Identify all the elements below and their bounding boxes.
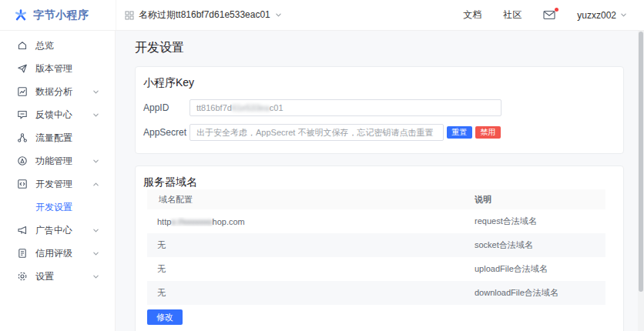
sidebar-item-ad-center[interactable]: 广告中心 bbox=[0, 219, 115, 242]
appsecret-input[interactable]: 出于安全考虑，AppSecret 不被明文保存，忘记密钥请点击重置 bbox=[190, 124, 444, 141]
scrollbar-track bbox=[638, 31, 644, 331]
dev-icon bbox=[17, 179, 28, 189]
chevron-down-icon bbox=[92, 89, 99, 95]
features-icon bbox=[17, 155, 28, 166]
desc-cell: downloadFile合法域名 bbox=[475, 287, 605, 299]
sidebar-item-overview[interactable]: 总览 bbox=[0, 34, 115, 57]
chevron-down-icon bbox=[92, 112, 99, 119]
domain-start: http bbox=[157, 217, 171, 226]
brand-name: 字节小程序 bbox=[33, 8, 89, 22]
table-row: https://xxxxxxshop.com request合法域名 bbox=[147, 209, 605, 233]
top-bar: 字节小程序 名称过期tt816bf7d61e533eac01 文档 社区 bbox=[0, 0, 644, 31]
topbar-actions: 文档 社区 yuzxz002 bbox=[463, 8, 644, 22]
domain-cell: 无 bbox=[147, 263, 475, 275]
table-row: 无 downloadFile合法域名 bbox=[147, 281, 605, 305]
ads-icon bbox=[17, 225, 28, 236]
mail-icon bbox=[543, 10, 555, 20]
chevron-down-icon bbox=[92, 250, 99, 257]
desc-cell: socket合法域名 bbox=[475, 239, 605, 251]
chevron-down-icon bbox=[275, 12, 282, 18]
sidebar: 总览 版本管理 数据分析 反馈中心 bbox=[0, 31, 116, 331]
sidebar-item-version-management[interactable]: 版本管理 bbox=[0, 57, 115, 80]
messages-button[interactable] bbox=[543, 10, 555, 20]
domain-table-header: 域名配置 说明 bbox=[147, 189, 605, 209]
appsecret-placeholder: 出于安全考虑，AppSecret 不被明文保存，忘记密钥请点击重置 bbox=[196, 127, 433, 139]
domain-redacted: s://xxxxxxs bbox=[171, 217, 212, 226]
unread-badge bbox=[555, 8, 558, 12]
analytics-icon bbox=[17, 86, 28, 97]
nav-link-community[interactable]: 社区 bbox=[503, 8, 522, 22]
sidebar-item-dev-settings[interactable]: 开发设置 bbox=[0, 196, 115, 219]
sidebar-item-credit-rating[interactable]: 信用评级 bbox=[0, 242, 115, 265]
desc-cell: uploadFile合法域名 bbox=[475, 263, 605, 275]
miniapp-key-card: 小程序Key AppID tt816bf7d61e533eac01 AppSec… bbox=[135, 66, 624, 154]
domain-cell: https://xxxxxxshop.com bbox=[147, 217, 475, 226]
domain-cell: 无 bbox=[147, 239, 475, 251]
header-description: 说明 bbox=[475, 194, 605, 206]
disable-secret-button[interactable]: 禁用 bbox=[475, 126, 501, 139]
username: yuzxz002 bbox=[577, 10, 616, 21]
domain-cell: 无 bbox=[147, 287, 475, 299]
modify-domains-button[interactable]: 修改 bbox=[147, 309, 183, 325]
sidebar-item-dev-management[interactable]: 开发管理 bbox=[0, 172, 115, 196]
sidebar-item-feedback-center[interactable]: 反馈中心 bbox=[0, 103, 115, 126]
desc-cell: request合法域名 bbox=[475, 216, 605, 227]
current-app-name: 名称过期tt816bf7d61e533eac01 bbox=[139, 8, 270, 22]
header-domain-config: 域名配置 bbox=[147, 194, 475, 206]
chevron-up-icon bbox=[92, 181, 99, 188]
page-title: 开发设置 bbox=[135, 40, 184, 56]
chevron-down-icon bbox=[92, 158, 99, 165]
sidebar-item-data-analysis[interactable]: 数据分析 bbox=[0, 80, 115, 103]
server-domain-card: 服务器域名 域名配置 说明 https://xxxxxxshop.com req… bbox=[135, 166, 624, 331]
scrollbar-thumb[interactable] bbox=[639, 32, 643, 292]
header-divider bbox=[116, 0, 116, 30]
domain-table: 域名配置 说明 https://xxxxxxshop.com request合法… bbox=[147, 189, 605, 305]
gear-icon bbox=[17, 271, 28, 282]
traffic-icon bbox=[17, 132, 28, 143]
app-switcher[interactable]: 名称过期tt816bf7d61e533eac01 bbox=[125, 8, 282, 22]
chevron-down-icon bbox=[92, 227, 99, 234]
sidebar-item-traffic-config[interactable]: 流量配置 bbox=[0, 126, 115, 149]
sidebar-item-feature-management[interactable]: 功能管理 bbox=[0, 149, 115, 172]
key-card-title: 小程序Key bbox=[143, 76, 194, 90]
grid-icon bbox=[125, 11, 134, 20]
appid-value-start: tt816bf7d bbox=[196, 103, 232, 112]
nav-link-docs[interactable]: 文档 bbox=[463, 8, 481, 22]
appid-input[interactable]: tt816bf7d61e533eac01 bbox=[190, 99, 501, 116]
user-menu[interactable]: yuzxz002 bbox=[577, 10, 627, 21]
table-row: 无 socket合法域名 bbox=[147, 233, 605, 257]
appid-label: AppID bbox=[143, 102, 169, 113]
credit-icon bbox=[17, 248, 28, 259]
reset-secret-button[interactable]: 重置 bbox=[447, 126, 472, 139]
chevron-down-icon bbox=[620, 12, 627, 18]
sidebar-item-settings[interactable]: 设置 bbox=[0, 265, 115, 288]
home-icon bbox=[17, 40, 28, 51]
appid-value-end: c01 bbox=[270, 103, 283, 112]
main-content: 开发设置 小程序Key AppID tt816bf7d61e533eac01 A… bbox=[116, 31, 644, 331]
paper-plane-icon bbox=[17, 63, 28, 74]
feedback-icon bbox=[17, 109, 28, 120]
brand-logo: 字节小程序 bbox=[0, 8, 116, 22]
appsecret-label: AppSecret bbox=[143, 127, 186, 138]
chevron-down-icon bbox=[92, 273, 99, 280]
byte-miniapp-logo-icon bbox=[14, 8, 28, 22]
domain-card-title: 服务器域名 bbox=[143, 176, 197, 189]
table-row: 无 uploadFile合法域名 bbox=[147, 257, 605, 281]
domain-end: hop.com bbox=[213, 217, 245, 226]
appid-value-redacted: 61e533ea bbox=[232, 103, 270, 112]
